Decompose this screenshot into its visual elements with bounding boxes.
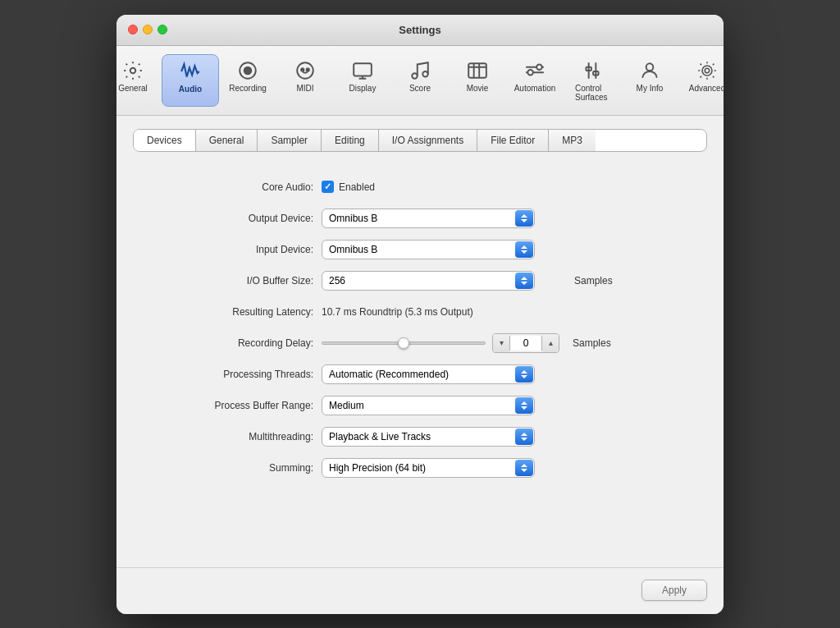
window-title: Settings — [399, 24, 441, 36]
svg-point-5 — [307, 68, 309, 71]
toolbar-label-midi: MIDI — [296, 84, 313, 93]
stepper-up-button[interactable]: ▴ — [542, 334, 559, 352]
process-buffer-row: Process Buffer Range: Medium — [158, 395, 682, 416]
tab-sampler[interactable]: Sampler — [258, 130, 322, 151]
tab-general[interactable]: General — [196, 130, 258, 151]
waveform-icon — [180, 60, 201, 83]
stepper-down-button[interactable]: ▾ — [493, 334, 509, 352]
core-audio-row: Core Audio: Enabled — [158, 176, 682, 198]
traffic-lights — [128, 25, 167, 34]
summing-select[interactable]: High Precision (64 bit) — [322, 458, 535, 478]
settings-window: Settings General Audio — [116, 15, 724, 614]
titlebar: Settings — [116, 15, 724, 46]
sliders-icon — [582, 59, 603, 82]
input-device-label: Input Device: — [158, 244, 322, 255]
output-device-row: Output Device: Omnibus B — [158, 208, 682, 229]
svg-point-2 — [244, 66, 252, 74]
slider-thumb — [398, 337, 409, 349]
toolbar-item-automation[interactable]: Automation — [506, 54, 564, 107]
apply-button[interactable]: Apply — [641, 580, 707, 601]
recording-delay-label: Recording Delay: — [158, 337, 322, 349]
input-device-select-wrapper: Omnibus B — [322, 240, 535, 259]
process-buffer-select[interactable]: Medium — [322, 396, 535, 415]
toolbar-item-recording[interactable]: Recording — [219, 54, 276, 107]
summing-control: High Precision (64 bit) — [322, 458, 568, 478]
svg-point-9 — [412, 73, 418, 79]
io-buffer-control: 256 — [322, 271, 568, 291]
resulting-latency-row: Resulting Latency: 10.7 ms Roundtrip (5.… — [158, 301, 682, 323]
summing-row: Summing: High Precision (64 bit) — [158, 457, 682, 479]
toolbar-label-automation: Automation — [514, 84, 556, 93]
processing-threads-select[interactable]: Automatic (Recommended) — [322, 364, 535, 384]
automation-icon — [524, 59, 546, 82]
summing-label: Summing: — [158, 462, 322, 474]
svg-point-4 — [301, 68, 304, 71]
tab-mp3[interactable]: MP3 — [549, 130, 596, 151]
minimize-button[interactable] — [143, 25, 153, 34]
tab-bar: Devices General Sampler Editing I/O Assi… — [133, 129, 707, 152]
toolbar-label-recording: Recording — [229, 84, 267, 93]
io-buffer-row: I/O Buffer Size: 256 S — [158, 270, 682, 291]
multithreading-select-wrapper: Playback & Live Tracks — [322, 427, 535, 447]
io-buffer-select[interactable]: 256 — [322, 271, 535, 291]
toolbar-label-movie: Movie — [467, 84, 489, 93]
processing-threads-control: Automatic (Recommended) — [322, 364, 568, 384]
toolbar-item-advanced[interactable]: Advanced — [678, 54, 724, 107]
maximize-button[interactable] — [158, 25, 167, 34]
toolbar-item-midi[interactable]: MIDI — [276, 54, 334, 107]
display-icon — [352, 59, 373, 82]
io-buffer-suffix: Samples — [574, 275, 613, 286]
svg-point-27 — [646, 63, 654, 71]
multithreading-control: Playback & Live Tracks — [322, 427, 568, 447]
bottom-bar: Apply — [116, 567, 724, 614]
toolbar-label-display: Display — [349, 84, 377, 93]
output-device-control: Omnibus B — [322, 209, 568, 228]
svg-point-18 — [536, 64, 542, 70]
score-icon — [409, 59, 431, 82]
tab-io-assignments[interactable]: I/O Assignments — [379, 130, 477, 151]
toolbar-label-advanced: Advanced — [689, 84, 724, 93]
svg-point-17 — [527, 69, 533, 75]
svg-point-3 — [297, 62, 313, 79]
output-device-select[interactable]: Omnibus B — [322, 209, 535, 228]
toolbar-item-display[interactable]: Display — [334, 54, 391, 107]
toolbar-item-score[interactable]: Score — [391, 54, 449, 107]
processing-threads-row: Processing Threads: Automatic (Recommend… — [158, 364, 682, 385]
toolbar-item-general[interactable]: General — [116, 54, 162, 107]
toolbar-item-movie[interactable]: Movie — [449, 54, 506, 107]
output-device-label: Output Device: — [158, 213, 322, 224]
core-audio-checkbox[interactable] — [322, 181, 334, 193]
multithreading-select[interactable]: Playback & Live Tracks — [322, 427, 535, 447]
core-audio-control: Enabled — [322, 181, 568, 193]
svg-point-0 — [130, 67, 136, 73]
input-device-row: Input Device: Omnibus B — [158, 239, 682, 260]
multithreading-row: Multithreading: Playback & Live Tracks — [158, 426, 682, 447]
svg-rect-6 — [354, 63, 372, 76]
tab-file-editor[interactable]: File Editor — [477, 130, 549, 151]
io-buffer-select-wrapper: 256 — [322, 271, 535, 291]
toolbar-item-my-info[interactable]: My Info — [621, 54, 678, 107]
gear-icon — [122, 59, 144, 82]
toolbar-label-general: General — [118, 84, 148, 93]
summing-select-wrapper: High Precision (64 bit) — [322, 458, 535, 478]
gear-advanced-icon — [696, 59, 718, 82]
midi-icon — [294, 59, 316, 82]
recording-delay-stepper: ▾ 0 ▴ — [492, 333, 559, 353]
core-audio-text: Enabled — [339, 181, 375, 193]
recording-delay-suffix: Samples — [573, 337, 611, 349]
tab-devices[interactable]: Devices — [134, 130, 196, 151]
stepper-value: 0 — [509, 336, 542, 351]
toolbar: General Audio Recording — [116, 46, 724, 116]
processing-threads-label: Processing Threads: — [158, 369, 322, 380]
input-device-select[interactable]: Omnibus B — [322, 240, 535, 259]
process-buffer-label: Process Buffer Range: — [158, 400, 322, 411]
close-button[interactable] — [128, 25, 138, 34]
toolbar-item-audio[interactable]: Audio — [162, 54, 219, 107]
tab-editing[interactable]: Editing — [322, 130, 379, 151]
toolbar-label-control-surfaces: Control Surfaces — [575, 84, 609, 102]
svg-rect-11 — [468, 63, 486, 77]
recording-delay-slider[interactable] — [322, 342, 486, 345]
toolbar-item-control-surfaces[interactable]: Control Surfaces — [564, 54, 621, 107]
svg-point-10 — [422, 71, 428, 77]
person-icon — [639, 59, 660, 82]
